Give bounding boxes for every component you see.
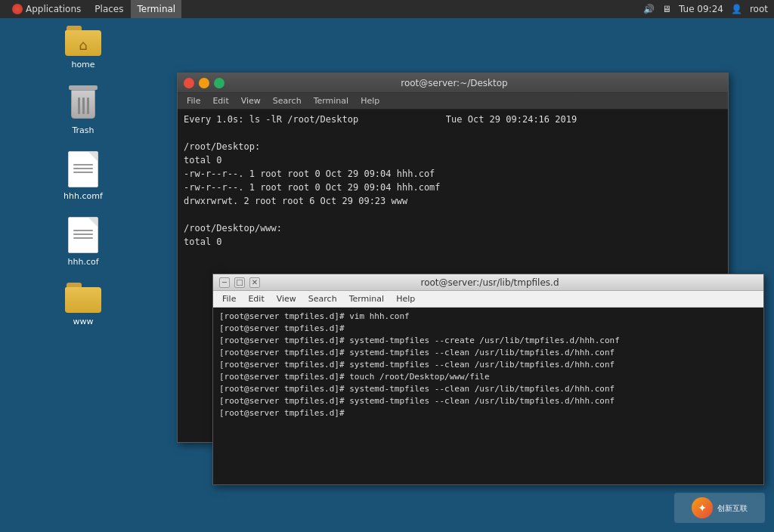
terminal-window-2[interactable]: − □ ✕ root@server:/usr/lib/tmpfiles.d Fi… [212, 274, 764, 485]
file-corner [88, 218, 98, 227]
term1-menu-terminal[interactable]: Terminal [308, 93, 355, 110]
file-line [73, 234, 93, 235]
clock: Tue 09:24 [679, 4, 723, 14]
term1-buttons: ✕ − □ [184, 78, 224, 88]
watermark-company: 创新互联 [717, 504, 748, 512]
file-line [73, 168, 93, 169]
topbar-left: Applications Places Terminal [6, 0, 181, 18]
username: root [750, 4, 768, 14]
watermark: ✦ 创新互联 [674, 493, 765, 523]
trash-icon [68, 85, 98, 122]
term1-menu-search[interactable]: Search [267, 93, 308, 110]
file-body [68, 217, 98, 253]
user-icon: 👤 [731, 4, 742, 14]
topbar-right: 🔊 🖥 Tue 09:24 👤 root [643, 4, 768, 14]
term1-max-button[interactable]: □ [214, 78, 224, 88]
trash-body [71, 90, 95, 119]
hhh-cof-label: hhh.cof [64, 256, 101, 268]
term1-titlebar: ✕ − □ root@server:~/Desktop [178, 73, 728, 93]
watermark-logo: ✦ [692, 497, 713, 518]
watermark-text: 创新互联 [717, 503, 748, 513]
volume-icon: 🔊 [643, 4, 655, 14]
home-symbol: ⌂ [79, 37, 87, 53]
folder-body [65, 287, 101, 313]
home-label: home [68, 59, 98, 70]
term2-menubar: File Edit View Search Terminal Help [213, 291, 763, 308]
term2-menu-search[interactable]: Search [302, 291, 343, 308]
term1-menu-view[interactable]: View [235, 93, 267, 110]
topbar-applications[interactable]: Applications [6, 0, 87, 18]
topbar-terminal[interactable]: Terminal [131, 0, 181, 18]
trash-line [87, 97, 89, 114]
term1-min-button[interactable]: − [199, 78, 209, 88]
term2-close-button[interactable]: ✕ [249, 277, 260, 288]
term2-menu-help[interactable]: Help [390, 291, 421, 308]
file-lines [73, 230, 93, 241]
file-lines [73, 164, 93, 175]
trash-label: Trash [69, 125, 97, 136]
term2-titlebar: − □ ✕ root@server:/usr/lib/tmpfiles.d [213, 274, 763, 291]
file-line [73, 237, 93, 239]
term2-menu-file[interactable]: File [216, 291, 242, 308]
term2-title: root@server:/usr/lib/tmpfiles.d [260, 277, 720, 288]
trash-line [82, 97, 85, 114]
topbar: Applications Places Terminal 🔊 🖥 Tue 09:… [0, 0, 774, 18]
applications-label: Applications [26, 4, 81, 14]
home-folder-icon: ⌂ [65, 26, 101, 56]
file-line [73, 230, 93, 231]
desktop-icon-trash[interactable]: Trash [53, 85, 113, 136]
file-line [73, 172, 93, 173]
term2-menu-edit[interactable]: Edit [242, 291, 270, 308]
desktop-icon-www[interactable]: www [53, 283, 113, 327]
file-line [73, 164, 93, 165]
term2-menu-terminal[interactable]: Terminal [343, 291, 391, 308]
file-icon-hhh-cof [68, 217, 98, 253]
term1-menu-edit[interactable]: Edit [206, 93, 234, 110]
term1-close-button[interactable]: ✕ [184, 78, 194, 88]
term2-max-button[interactable]: □ [234, 277, 245, 288]
term2-menu-view[interactable]: View [271, 291, 302, 308]
desktop-icon-hhh-cof[interactable]: hhh.cof [53, 217, 113, 268]
apple-icon [12, 4, 23, 14]
file-body [68, 151, 98, 187]
places-label: Places [94, 4, 123, 14]
folder-body: ⌂ [65, 30, 101, 56]
term1-menu-help[interactable]: Help [354, 93, 385, 110]
term1-menubar: File Edit View Search Terminal Help [178, 93, 728, 110]
hhh-comf-label: hhh.comf [60, 190, 106, 202]
watermark-icon: ✦ [698, 502, 707, 514]
file-icon-hhh-comf [68, 151, 98, 187]
network-icon: 🖥 [662, 4, 671, 14]
term1-menu-file[interactable]: File [181, 93, 206, 110]
desktop-icon-hhh-comf[interactable]: hhh.comf [53, 151, 113, 202]
www-label: www [70, 316, 97, 327]
term1-title: root@server:~/Desktop [224, 78, 684, 88]
desktop-icon-home[interactable]: ⌂ home [53, 26, 113, 70]
desktop: ⌂ home Trash h [0, 18, 166, 532]
term2-content[interactable]: [root@server tmpfiles.d]# vim hhh.conf [… [213, 308, 763, 483]
topbar-places[interactable]: Places [88, 0, 129, 18]
file-corner [88, 152, 98, 161]
terminal-label: Terminal [137, 4, 175, 14]
term2-min-button[interactable]: − [219, 277, 230, 288]
www-folder-icon [65, 283, 101, 313]
term2-buttons: − □ ✕ [219, 277, 260, 288]
trash-line [78, 97, 80, 114]
